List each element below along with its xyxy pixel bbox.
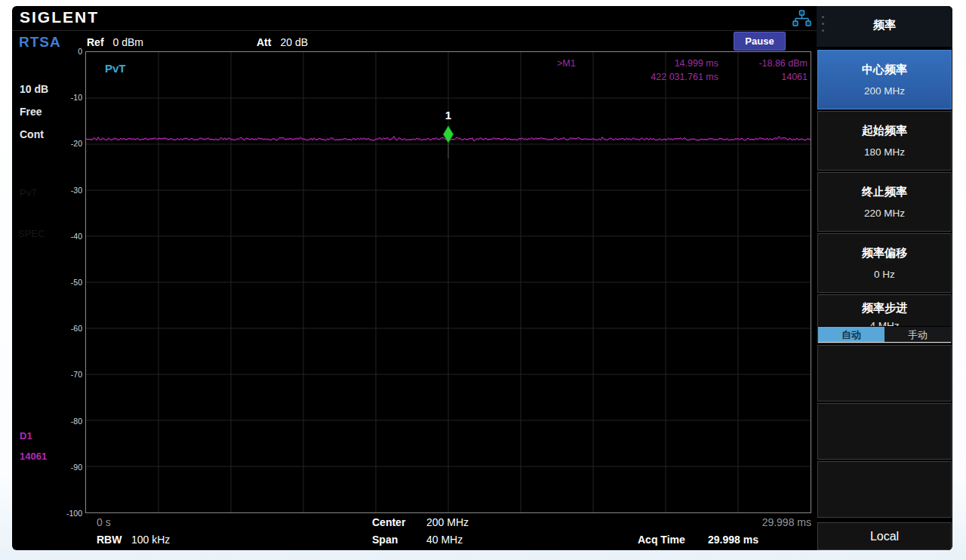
marker-time: 14.999 ms xyxy=(605,58,718,69)
softkey-value: 180 MHz xyxy=(818,146,951,158)
sweep-mode-label: Cont xyxy=(20,128,44,140)
dim-window-label-pvt: PvT xyxy=(20,187,37,198)
topbar-divider xyxy=(12,30,817,31)
acq-time-label: Acq Time xyxy=(638,534,685,546)
y-tick: -60 xyxy=(51,322,82,334)
dim-window-label-spec: SPEC xyxy=(18,228,45,239)
brand-logo: SIGLENT xyxy=(20,8,99,26)
softkey-value: 220 MHz xyxy=(818,208,951,219)
marker-value2: 14061 xyxy=(718,72,808,82)
marker-readout: >M1 14.999 ms -18.86 dBm 422 031.761 ms … xyxy=(557,58,808,85)
x-axis-start: 0 s xyxy=(97,516,111,528)
softkey-start-frequency[interactable]: 起始频率 180 MHz xyxy=(817,111,952,171)
softkey-center-frequency[interactable]: 中心频率 200 MHz xyxy=(817,50,952,109)
ref-value: 0 dBm xyxy=(113,36,143,48)
y-tick: -10 xyxy=(51,91,82,103)
softkey-empty-2 xyxy=(817,403,952,460)
marker-number-label: 1 xyxy=(445,109,451,122)
lan-network-icon[interactable] xyxy=(792,9,812,29)
ref-level-readout: Ref0 dBm xyxy=(87,36,143,48)
density-d1-label: D1 xyxy=(20,430,32,442)
softkey-empty-3 xyxy=(817,461,952,518)
softkey-value: 0 Hz xyxy=(818,269,951,280)
marker-time2: 422 031.761 ms xyxy=(605,72,718,82)
center-freq-label: Center xyxy=(372,516,405,528)
softkey-value: 200 MHz xyxy=(818,85,951,97)
toggle-manual-option[interactable]: 手动 xyxy=(884,327,951,342)
marker-name: >M1 xyxy=(557,58,605,69)
softkey-label: 起始频率 xyxy=(818,124,951,138)
softkey-sidebar: 频率 中心频率 200 MHz 起始频率 180 MHz 终止频率 220 MH… xyxy=(817,6,952,550)
menu-title: 频率 xyxy=(817,6,952,47)
y-tick: -80 xyxy=(51,415,82,427)
softkey-label: 频率步进 xyxy=(818,301,951,315)
att-label: Att xyxy=(257,36,271,48)
softkey-frequency-offset[interactable]: 频率偏移 0 Hz xyxy=(817,233,952,293)
y-tick: -30 xyxy=(51,184,82,196)
span-label: Span xyxy=(372,534,398,546)
att-value: 20 dB xyxy=(280,36,308,48)
softkey-label: 中心频率 xyxy=(818,63,951,77)
trace-canvas: 1 xyxy=(86,52,811,512)
density-d1-value: 14061 xyxy=(20,451,47,462)
rbw-value: 100 kHz xyxy=(131,534,170,546)
trace-window-label: PvT xyxy=(105,62,126,75)
scale-per-div-label: 10 dB xyxy=(20,83,48,95)
rbw-label: RBW xyxy=(97,534,122,546)
span-value: 40 MHz xyxy=(426,534,463,546)
center-freq-value: 200 MHz xyxy=(426,516,469,528)
marker-amplitude: -18.86 dBm xyxy=(718,58,808,69)
pause-button[interactable]: Pause xyxy=(734,32,786,51)
toggle-auto-option[interactable]: 自动 xyxy=(818,327,884,342)
y-tick: -20 xyxy=(51,137,82,149)
softkey-label: 频率偏移 xyxy=(818,246,951,260)
plot-area: 1 PvT >M1 14.999 ms -18.86 dBm 422 031.7… xyxy=(85,51,811,513)
auto-manual-toggle: 自动 手动 xyxy=(818,326,951,343)
y-tick: -100 xyxy=(51,507,82,519)
y-tick: -90 xyxy=(51,461,82,473)
softkey-stop-frequency[interactable]: 终止频率 220 MHz xyxy=(817,172,952,232)
y-tick: 0 xyxy=(51,45,82,57)
attenuation-readout: Att20 dB xyxy=(257,36,308,48)
local-button[interactable]: Local xyxy=(817,522,952,550)
page-background: SIGLENT RTSA Ref0 dBm Att20 dB Pause 10 … xyxy=(0,0,966,560)
softkey-label: 终止频率 xyxy=(818,185,951,199)
x-axis-end: 29.998 ms xyxy=(691,516,811,528)
analyzer-screen: SIGLENT RTSA Ref0 dBm Att20 dB Pause 10 … xyxy=(12,6,952,550)
softkey-empty-1 xyxy=(817,345,952,402)
menu-dots-icon xyxy=(822,16,824,32)
y-tick: -70 xyxy=(51,368,82,380)
ref-label: Ref xyxy=(87,36,104,48)
y-tick: -40 xyxy=(51,230,82,242)
softkey-frequency-step[interactable]: 频率步进 4 MHz 自动 手动 xyxy=(817,294,952,343)
trigger-mode-label: Free xyxy=(20,106,42,118)
acq-time-value: 29.998 ms xyxy=(708,534,758,546)
y-tick: -50 xyxy=(51,276,82,288)
